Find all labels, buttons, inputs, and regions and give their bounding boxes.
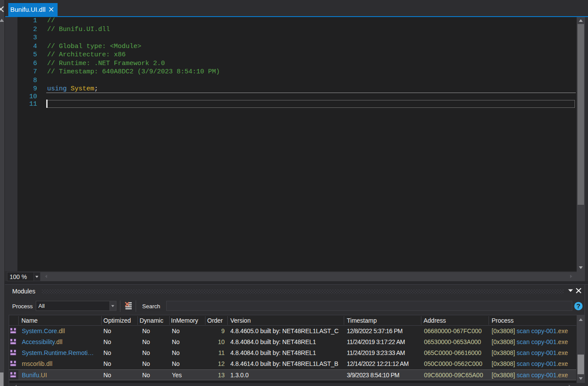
svg-text:?: ? [576,302,580,310]
